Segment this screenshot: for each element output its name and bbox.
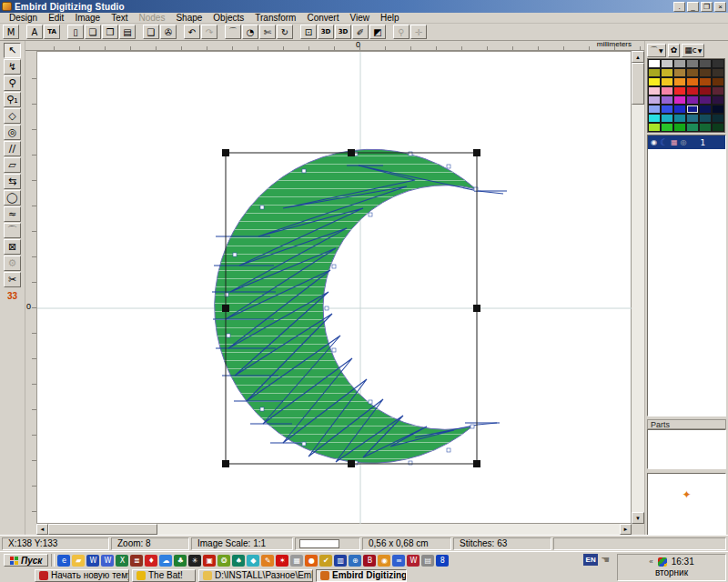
quicklaunch-icon[interactable]: ◆ <box>247 555 259 567</box>
quicklaunch-icon[interactable]: e <box>57 555 70 567</box>
measure-curve-button[interactable]: ⌒ <box>225 25 241 39</box>
palette-swatch[interactable] <box>661 59 673 68</box>
tool-column-shape[interactable]: ▱ <box>4 157 21 173</box>
tool-zoom-actual[interactable]: ⚲₁ <box>4 92 21 107</box>
quicklaunch-icon[interactable]: ▣ <box>203 555 216 567</box>
palette-swatch[interactable] <box>661 105 673 114</box>
minimize-button[interactable]: _ <box>687 2 699 12</box>
menu-text[interactable]: Text <box>106 13 133 23</box>
merge-design-button[interactable]: ❐ <box>102 25 118 39</box>
palette-swatch[interactable] <box>686 86 699 95</box>
tool-zigzag-line[interactable]: ≈ <box>4 206 21 222</box>
view-3d-button[interactable]: 3D <box>318 25 334 39</box>
close-button[interactable]: × <box>714 2 726 12</box>
tool-select[interactable]: ↖ <box>4 43 21 58</box>
tool-delete-shape[interactable]: ⊠ <box>4 239 21 255</box>
thread-spool[interactable]: ✿ <box>668 44 681 57</box>
palette-swatch[interactable] <box>661 68 673 77</box>
tool-fill-shape[interactable]: ◇ <box>4 108 21 124</box>
hscroll-thumb[interactable] <box>48 524 157 535</box>
scroll-right-button[interactable]: ► <box>620 524 632 535</box>
quicklaunch-icon[interactable]: ☁ <box>159 555 172 567</box>
language-indicator[interactable]: EN <box>583 554 598 566</box>
lettering-button[interactable]: A <box>26 25 43 39</box>
palette-swatch[interactable] <box>699 68 712 77</box>
palette-swatch[interactable] <box>648 77 661 86</box>
quicklaunch-icon[interactable]: ● <box>305 555 318 567</box>
image-palette-button[interactable]: ◩ <box>369 25 386 39</box>
rotate-button[interactable]: ↻ <box>277 25 293 39</box>
object-list[interactable]: ◉☾▦◎1 <box>647 135 726 416</box>
palette-swatch[interactable] <box>712 123 724 132</box>
quicklaunch-icon[interactable]: ▥ <box>334 555 347 567</box>
palette-swatch[interactable] <box>648 114 661 123</box>
scroll-left-button[interactable]: ◄ <box>36 524 48 535</box>
quicklaunch-icon[interactable]: ≡ <box>392 555 405 567</box>
restore-button[interactable]: ❐ <box>701 2 713 12</box>
palette-swatch[interactable] <box>712 114 724 123</box>
palette-swatch[interactable] <box>699 86 712 95</box>
quicklaunch-icon[interactable]: W <box>101 555 114 567</box>
palette-swatch[interactable] <box>648 68 661 77</box>
menu-objects[interactable]: Objects <box>207 13 249 23</box>
menu-image[interactable]: Image <box>69 13 106 23</box>
quicklaunch-icon[interactable]: X <box>116 555 128 567</box>
quicklaunch-icon[interactable]: ▤ <box>421 555 434 567</box>
menu-shape[interactable]: Shape <box>170 13 207 23</box>
quicklaunch-icon[interactable]: ♠ <box>232 555 245 567</box>
export-image-button[interactable]: ✇ <box>160 25 177 39</box>
palette-swatch[interactable] <box>673 123 686 132</box>
menu-convert[interactable]: Convert <box>301 13 344 23</box>
taskbar-button[interactable]: D:\INSTALL\Разное\Embird <box>198 569 313 582</box>
quicklaunch-icon[interactable]: ◉ <box>378 555 390 567</box>
gauge-button[interactable]: ◔ <box>242 25 258 39</box>
layer-row[interactable]: ◉☾▦◎1 <box>648 135 725 149</box>
new-design-button[interactable]: ▯ <box>67 25 84 39</box>
hand-tray-icon[interactable]: ☚ <box>601 554 610 566</box>
design-canvas[interactable] <box>36 51 632 524</box>
quicklaunch-icon[interactable]: ✳ <box>188 555 201 567</box>
vscroll-thumb[interactable] <box>632 63 644 105</box>
quicklaunch-icon[interactable]: ✶ <box>276 555 288 567</box>
curve-style-dropdown[interactable]: ⌒▼ <box>647 44 666 57</box>
palette-swatch[interactable] <box>661 86 673 95</box>
palette-swatch[interactable] <box>712 77 724 86</box>
tool-column-arrows[interactable]: ⇆ <box>4 174 21 189</box>
palette-swatch[interactable] <box>673 68 686 77</box>
palette-swatch[interactable] <box>699 77 712 86</box>
tool-hatch-fill[interactable]: // <box>4 141 21 156</box>
palette-swatch[interactable] <box>661 77 673 86</box>
view-3d-detail-button[interactable]: 3D <box>335 25 351 39</box>
palette-swatch[interactable] <box>699 105 712 114</box>
palette-swatch[interactable] <box>648 105 661 114</box>
menu-transform[interactable]: Transform <box>249 13 301 23</box>
palette-swatch[interactable] <box>699 114 712 123</box>
tool-stitch-points[interactable]: ✂ <box>4 272 21 287</box>
quicklaunch-icon[interactable]: ⊕ <box>349 555 361 567</box>
palette-swatch[interactable] <box>712 59 724 68</box>
palette-swatch[interactable] <box>699 95 712 105</box>
tool-edit-nodes[interactable]: ↯ <box>4 59 21 75</box>
menu-edit[interactable]: Edit <box>43 13 69 23</box>
tray-windows-icon[interactable] <box>658 557 667 567</box>
copy-button[interactable]: ❑ <box>143 25 159 39</box>
tool-zoom[interactable]: ⚲ <box>4 75 21 91</box>
text-adjust-button[interactable]: TA <box>44 25 60 39</box>
palette-swatch[interactable] <box>686 77 699 86</box>
palette-swatch[interactable] <box>686 59 699 68</box>
palette-swatch[interactable] <box>686 68 699 77</box>
vertical-scrollbar[interactable]: ▲ ▼ <box>632 51 644 524</box>
open-design-button[interactable]: ❏ <box>85 25 101 39</box>
palette-swatch[interactable] <box>661 114 673 123</box>
knife-button[interactable]: ✄ <box>259 25 276 39</box>
palette-swatch[interactable] <box>673 114 686 123</box>
palette-swatch[interactable] <box>648 95 661 105</box>
quicklaunch-icon[interactable]: ▦ <box>290 555 303 567</box>
palette-swatch[interactable] <box>686 123 699 132</box>
quicklaunch-icon[interactable]: ♦ <box>145 555 157 567</box>
palette-swatch[interactable] <box>673 59 686 68</box>
quicklaunch-icon[interactable]: W <box>407 555 420 567</box>
palette-swatch[interactable] <box>648 59 661 68</box>
tool-outline-shape[interactable]: ◯ <box>4 190 21 206</box>
palette-swatch[interactable] <box>686 95 699 105</box>
